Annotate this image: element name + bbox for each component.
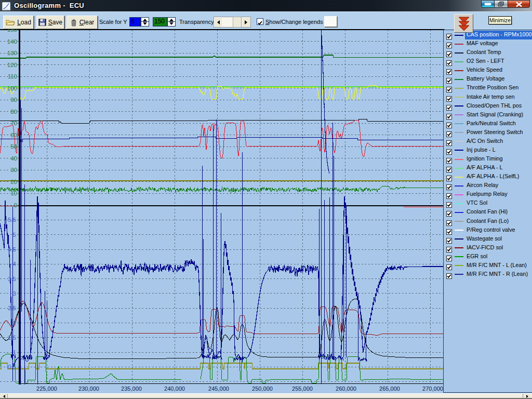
svg-text:50: 50 — [10, 143, 17, 150]
svg-text:1.5: 1.5 — [8, 335, 16, 341]
svg-text:4.5: 4.5 — [8, 246, 16, 252]
svg-text:90: 90 — [10, 97, 17, 103]
svg-text:5.5: 5.5 — [8, 217, 16, 223]
svg-text:130: 130 — [7, 50, 17, 56]
svg-text:70: 70 — [10, 120, 17, 126]
svg-text:150: 150 — [7, 29, 17, 33]
svg-text:110: 110 — [8, 73, 17, 79]
svg-text:3: 3 — [13, 290, 16, 297]
svg-text:40: 40 — [10, 155, 17, 162]
svg-text:20: 20 — [10, 179, 17, 185]
svg-text:30: 30 — [10, 167, 17, 173]
svg-text:3.5: 3.5 — [8, 276, 16, 282]
svg-text:10: 10 — [10, 190, 17, 196]
svg-text:0: 0 — [14, 202, 17, 208]
svg-text:5: 5 — [13, 232, 16, 238]
svg-text:100: 100 — [7, 85, 17, 91]
svg-text:0.5: 0.5 — [8, 364, 16, 370]
svg-text:80: 80 — [10, 109, 17, 115]
svg-text:2: 2 — [13, 320, 16, 326]
svg-text:120: 120 — [7, 62, 17, 68]
svg-text:140: 140 — [7, 38, 17, 45]
svg-text:4: 4 — [13, 261, 17, 267]
svg-text:1: 1 — [13, 349, 16, 355]
svg-text:2.5: 2.5 — [8, 305, 16, 311]
svg-text:60: 60 — [10, 132, 17, 138]
